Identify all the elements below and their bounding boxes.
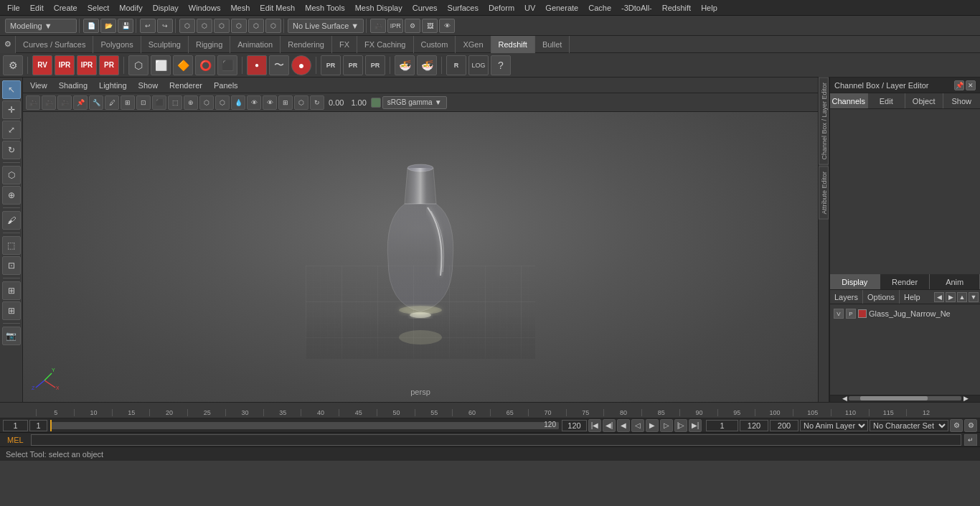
vp-tool-18[interactable]: ↻: [310, 95, 324, 110]
layer-color-swatch[interactable]: [858, 309, 867, 318]
shelf-geo-icon-2[interactable]: ⬜: [151, 55, 171, 75]
layer-scrollbar[interactable]: ◀ ▶: [830, 395, 980, 402]
shelf-obj-icon-2[interactable]: 〜: [269, 55, 289, 75]
vp-tool-14[interactable]: 👁: [247, 95, 261, 110]
menu-mesh-tools[interactable]: Mesh Tools: [301, 2, 349, 14]
shelf-obj-icon-1[interactable]: ●: [247, 55, 267, 75]
le-arrow-right-btn[interactable]: ▶: [946, 292, 956, 302]
cb-tab-edit[interactable]: Edit: [868, 93, 906, 108]
menu-deform[interactable]: Deform: [484, 2, 519, 14]
shelf-utils-icon-2[interactable]: 🍜: [417, 55, 437, 75]
universal-manip-btn[interactable]: ⊕: [2, 186, 21, 205]
le-tab-render[interactable]: Render: [880, 274, 930, 289]
vp-menu-shading[interactable]: Shading: [56, 81, 90, 90]
menu-generate[interactable]: Generate: [541, 2, 583, 14]
ipr-btn[interactable]: IPR: [387, 19, 403, 33]
menu-edit-mesh[interactable]: Edit Mesh: [255, 2, 299, 14]
prev-key-btn[interactable]: ◀|: [603, 419, 616, 432]
shelf-geo-icon-3[interactable]: 🔶: [173, 55, 193, 75]
vp-gamma-icon[interactable]: [371, 98, 381, 108]
move-tool-btn[interactable]: ⤢: [2, 121, 21, 139]
play-forward-btn[interactable]: ▶: [646, 419, 659, 432]
undo-btn[interactable]: ↩: [140, 19, 156, 33]
shelf-help-icon[interactable]: ?: [491, 55, 511, 75]
tab-curves-surfaces[interactable]: Curves / Surfaces: [16, 36, 93, 53]
le-tab-display[interactable]: Display: [830, 274, 880, 289]
shelf-utils-icon-1[interactable]: 🍜: [395, 55, 415, 75]
channel-box-side-tab[interactable]: Channel Box / Layer Editor: [819, 78, 829, 165]
menu-uv[interactable]: UV: [520, 2, 540, 14]
vp-tool-8[interactable]: ⬛: [152, 95, 166, 110]
goto-start-btn[interactable]: |◀: [588, 419, 601, 432]
shelf-light-icon-2[interactable]: LOG: [468, 55, 489, 75]
mel-submit-btn[interactable]: ↵: [964, 434, 977, 446]
tab-animation[interactable]: Animation: [230, 36, 281, 53]
vp-menu-panels[interactable]: Panels: [211, 81, 241, 90]
shelf-geo-icon-1[interactable]: ⬡: [128, 55, 149, 75]
transform-tool-btn[interactable]: ✛: [2, 100, 21, 119]
anim-layer-dropdown[interactable]: No Anim Layer: [800, 420, 868, 431]
paint-btn[interactable]: ⬡: [265, 19, 281, 33]
select-by-hierarchy-btn[interactable]: ⬡: [179, 19, 195, 33]
menu-3dtoall[interactable]: -3DtoAll-: [617, 2, 656, 14]
le-subtab-layers[interactable]: Layers: [830, 290, 863, 304]
step-forward-btn[interactable]: ▷: [660, 419, 673, 432]
vp-menu-renderer[interactable]: Renderer: [166, 81, 205, 90]
menu-cache[interactable]: Cache: [584, 2, 616, 14]
scale-tool-btn[interactable]: ⬡: [2, 166, 21, 184]
render-current-btn[interactable]: 🎥: [370, 19, 386, 33]
menu-curves[interactable]: Curves: [408, 2, 442, 14]
menu-help[interactable]: Help: [697, 2, 722, 14]
tab-fx[interactable]: FX: [332, 36, 357, 53]
playback-range[interactable]: 120: [50, 422, 559, 429]
tab-rendering[interactable]: Rendering: [281, 36, 332, 53]
layer-playback-btn[interactable]: P: [846, 309, 856, 319]
render-view-btn[interactable]: 👁: [439, 19, 455, 33]
tab-rigging[interactable]: Rigging: [189, 36, 230, 53]
goto-end-btn[interactable]: ▶|: [689, 419, 702, 432]
next-key-btn[interactable]: |▷: [674, 419, 687, 432]
vp-menu-show[interactable]: Show: [136, 81, 161, 90]
live-surface-dropdown[interactable]: No Live Surface ▼: [288, 19, 364, 33]
soft-mod-btn[interactable]: 🖌: [2, 211, 21, 230]
mel-input[interactable]: [31, 434, 961, 446]
vp-tool-3[interactable]: 🎥: [57, 95, 72, 110]
vp-tool-5[interactable]: 🔧: [89, 95, 103, 110]
shelf-obj-icon-3[interactable]: ●: [291, 55, 311, 75]
shelf-rs2-icon-3[interactable]: PR: [365, 55, 385, 75]
le-subtab-options[interactable]: Options: [863, 290, 900, 304]
gamma-dropdown[interactable]: sRGB gamma ▼: [382, 96, 447, 109]
frame-display-field[interactable]: [706, 420, 738, 431]
menu-file[interactable]: File: [3, 2, 24, 14]
tab-xgen[interactable]: XGen: [456, 36, 491, 53]
vp-tool-13[interactable]: 💧: [231, 95, 245, 110]
vp-menu-view[interactable]: View: [27, 81, 50, 90]
tab-redshift[interactable]: Redshift: [491, 36, 535, 53]
menu-select[interactable]: Select: [83, 2, 114, 14]
marquee-select-btn[interactable]: ⬚: [2, 236, 21, 255]
anim-end-field[interactable]: [562, 420, 587, 431]
vp-tool-16[interactable]: ⊞: [278, 95, 293, 110]
attr-editor-side-tab[interactable]: Attribute Editor: [819, 167, 829, 220]
select-tool-btn[interactable]: ↖: [2, 80, 21, 99]
menu-redshift[interactable]: Redshift: [658, 2, 695, 14]
vp-tool-4[interactable]: 📌: [73, 95, 88, 110]
char-set-dropdown[interactable]: No Character Set: [870, 420, 948, 431]
shelf-rs-icon-1[interactable]: RV: [32, 55, 52, 75]
tab-polygons[interactable]: Polygons: [93, 36, 141, 53]
shelf-rs2-icon-2[interactable]: PR: [343, 55, 363, 75]
vp-tool-10[interactable]: ⊕: [184, 95, 198, 110]
current-frame-field[interactable]: [3, 420, 28, 431]
layer-item-1[interactable]: V P Glass_Jug_Narrow_Ne: [831, 306, 979, 322]
vp-tool-12[interactable]: ⬡: [215, 95, 230, 110]
vp-tool-11[interactable]: ⬡: [199, 95, 214, 110]
anim-options-btn[interactable]: ⚙: [950, 419, 963, 432]
workspace-dropdown[interactable]: Modeling ▼: [5, 19, 77, 33]
new-file-btn[interactable]: 📄: [83, 19, 99, 33]
tab-custom[interactable]: Custom: [414, 36, 456, 53]
le-arrow-down-btn[interactable]: ▼: [969, 292, 979, 302]
vp-tool-17[interactable]: ⬡: [294, 95, 308, 110]
menu-display[interactable]: Display: [149, 2, 183, 14]
camera-tool-btn[interactable]: 📷: [2, 327, 21, 345]
redo-btn[interactable]: ↪: [157, 19, 173, 33]
